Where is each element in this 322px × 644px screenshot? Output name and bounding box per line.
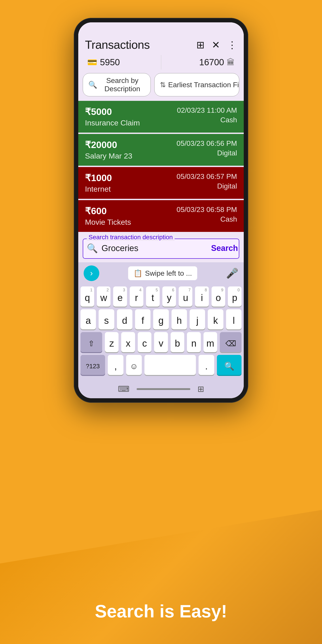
txn-left: ₹20000 Salary Mar 23	[85, 139, 132, 160]
key-y[interactable]: 6 y	[162, 286, 176, 306]
phone-wrapper: Transactions ⊞ ✕ ⋮ 💳 5950 16700	[74, 18, 248, 403]
key-s[interactable]: s	[98, 309, 114, 330]
bottom-bar: ⌨ ⊞	[78, 382, 244, 398]
keyboard-row-4: ?123 , ☺ . 🔍	[80, 355, 242, 375]
key-b[interactable]: b	[170, 332, 184, 352]
key-v[interactable]: v	[154, 332, 168, 352]
key-a[interactable]: a	[80, 309, 96, 330]
txn-method: Cash	[177, 215, 237, 224]
clipboard-text: Swipe left to ...	[145, 269, 192, 278]
keyboard: 1 q 2 w 3 e 4 r	[78, 284, 244, 382]
sort-label: Earliest Transaction Firs	[168, 81, 239, 89]
sort-order-btn[interactable]: ⇅ Earliest Transaction Firs	[154, 73, 239, 96]
key-f[interactable]: f	[135, 309, 150, 330]
key-z[interactable]: z	[105, 332, 119, 352]
txn-amount: ₹20000	[85, 139, 132, 150]
key-h[interactable]: h	[172, 309, 187, 330]
key-period[interactable]: .	[198, 355, 214, 375]
keyboard-row-2: a s d f g h j k l	[80, 309, 242, 330]
keyboard-search-key[interactable]: 🔍	[217, 355, 242, 375]
search-field-inner: 🔍 Search	[87, 242, 235, 255]
search-field-icon: 🔍	[87, 243, 98, 254]
key-j[interactable]: j	[190, 309, 205, 330]
key-emoji[interactable]: ☺	[126, 355, 142, 375]
key-p[interactable]: 0 p	[228, 286, 242, 306]
txn-date: 02/03/23 11:00 AM	[177, 106, 237, 114]
keyboard-row-3: ⇧ z x c v b n m ⌫	[80, 332, 242, 352]
search-button[interactable]: Search	[211, 242, 238, 255]
keyboard-options-icon[interactable]: ⊞	[198, 384, 204, 394]
bottom-label-text: Search is Easy!	[95, 601, 227, 621]
key-i[interactable]: 8 i	[195, 286, 209, 306]
txn-amount: ₹1000	[85, 172, 112, 183]
bank-icon: 🏛	[227, 58, 235, 67]
table-row[interactable]: ₹5000 Insurance Claim 02/03/23 11:00 AM …	[78, 101, 244, 132]
key-comma[interactable]: ,	[108, 355, 124, 375]
key-x[interactable]: x	[121, 332, 135, 352]
search-by-description-btn[interactable]: 🔍 Search by Description	[83, 73, 151, 96]
key-o[interactable]: 9 o	[212, 286, 225, 306]
phone-frame: Transactions ⊞ ✕ ⋮ 💳 5950 16700	[74, 18, 248, 403]
table-row[interactable]: ₹1000 Internet 05/03/23 06:57 PM Digital	[78, 167, 244, 199]
header-icons: ⊞ ✕ ⋮	[196, 39, 237, 50]
key-u[interactable]: 7 u	[179, 286, 192, 306]
keyboard-row-1: 1 q 2 w 3 e 4 r	[80, 286, 242, 306]
search-input[interactable]	[102, 244, 208, 253]
table-row[interactable]: ₹20000 Salary Mar 23 05/03/23 06:56 PM D…	[78, 134, 244, 166]
cash-balance: 💳 5950	[83, 55, 161, 70]
txn-date: 05/03/23 06:56 PM	[177, 139, 237, 148]
mic-button[interactable]: 🎤	[226, 268, 238, 279]
shift-key[interactable]: ⇧	[80, 332, 102, 352]
space-key[interactable]	[144, 355, 196, 375]
clipboard-suggestion[interactable]: 📋 Swipe left to ...	[128, 266, 198, 280]
search-field-label: Search transaction description	[87, 234, 175, 241]
key-g[interactable]: g	[153, 309, 168, 330]
clipboard-icon: 📋	[134, 269, 142, 278]
keyboard-hide-icon[interactable]: ⌨	[118, 384, 130, 394]
txn-left: ₹1000 Internet	[85, 172, 112, 194]
numbers-key[interactable]: ?123	[80, 355, 105, 375]
txn-date: 05/03/23 06:58 PM	[177, 206, 237, 214]
txn-desc: Insurance Claim	[85, 118, 140, 127]
key-w[interactable]: 2 w	[97, 286, 110, 306]
notch-area	[78, 22, 244, 34]
key-c[interactable]: c	[138, 332, 152, 352]
cash-icon: 💳	[87, 58, 97, 67]
page-title: Transactions	[85, 38, 150, 52]
key-e[interactable]: 3 e	[113, 286, 127, 306]
key-m[interactable]: m	[204, 332, 217, 352]
key-q[interactable]: 1 q	[80, 286, 94, 306]
txn-right: 05/03/23 06:57 PM Digital	[177, 172, 237, 190]
txn-method: Cash	[177, 116, 237, 124]
txn-amount: ₹600	[85, 206, 131, 216]
more-icon[interactable]: ⋮	[227, 39, 237, 50]
filter-bar: 🔍 Search by Description ⇅ Earliest Trans…	[78, 73, 244, 101]
key-l[interactable]: l	[226, 309, 242, 330]
txn-desc: Internet	[85, 185, 112, 194]
cash-amount: 5950	[100, 57, 120, 67]
key-k[interactable]: k	[208, 309, 223, 330]
txn-left: ₹600 Movie Tickets	[85, 206, 131, 226]
txn-desc: Movie Tickets	[85, 218, 131, 226]
key-d[interactable]: d	[117, 309, 132, 330]
txn-right: 05/03/23 06:58 PM Cash	[177, 206, 237, 224]
key-r[interactable]: 4 r	[130, 286, 143, 306]
txn-method: Digital	[177, 149, 237, 157]
delete-key[interactable]: ⌫	[220, 332, 242, 352]
app-content: Transactions ⊞ ✕ ⋮ 💳 5950 16700	[78, 34, 244, 398]
search-filter-icon: 🔍	[88, 80, 97, 89]
table-row[interactable]: ₹600 Movie Tickets 05/03/23 06:58 PM Cas…	[78, 200, 244, 232]
transaction-list: ₹5000 Insurance Claim 02/03/23 11:00 AM …	[78, 101, 244, 233]
close-icon[interactable]: ✕	[212, 39, 220, 50]
search-section: Search transaction description 🔍 Search	[78, 233, 244, 262]
balance-bar: 💳 5950 16700 🏛	[78, 55, 244, 73]
key-n[interactable]: n	[187, 332, 201, 352]
grid-icon[interactable]: ⊞	[196, 39, 204, 50]
sort-icon: ⇅	[160, 80, 166, 89]
chevron-button[interactable]: ›	[84, 266, 99, 281]
txn-method: Digital	[177, 182, 237, 190]
key-t[interactable]: 5 t	[146, 286, 160, 306]
txn-right: 02/03/23 11:00 AM Cash	[177, 106, 237, 124]
txn-date: 05/03/23 06:57 PM	[177, 172, 237, 181]
bank-amount: 16700	[199, 57, 224, 67]
